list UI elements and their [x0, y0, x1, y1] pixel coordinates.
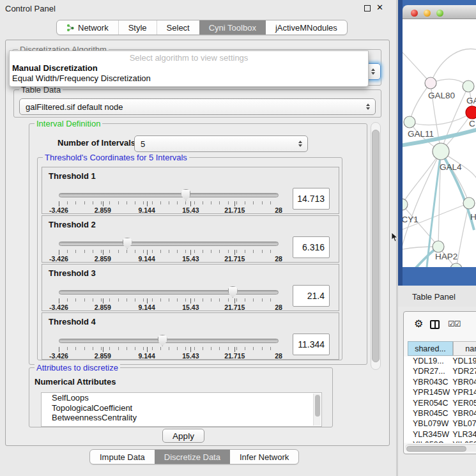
close-icon[interactable]: ✕ [376, 3, 383, 12]
table-row[interactable]: YER054CYER054C [404, 399, 476, 409]
network-view-window[interactable]: GAL80 GA GAL11 C GAL4 GCY1 H HAP2 [403, 5, 476, 267]
threshold-3-panel: Threshold 3 -3.426 2.859 9.144 15.43 21.… [42, 264, 339, 311]
slider-thumb[interactable] [158, 335, 167, 346]
select-columns-icons[interactable]: ☑☑ [448, 319, 461, 328]
desktop-edge [398, 0, 403, 286]
tab-infer-network[interactable]: Infer Network [230, 450, 298, 464]
table-row[interactable]: YBL079WYBL079W [404, 419, 476, 429]
node-gal80[interactable] [425, 77, 436, 89]
node-h[interactable] [463, 197, 475, 209]
table-data-combobox[interactable]: galFiltered.sif default node [19, 98, 376, 115]
node-label: H [470, 212, 476, 222]
node-gal4[interactable] [433, 143, 449, 160]
zoom-traffic-icon[interactable] [436, 10, 443, 17]
combo-arrows-icon [366, 104, 370, 110]
slider-track [59, 193, 279, 197]
threshold-2-value-input[interactable] [293, 236, 330, 258]
thresholds-group: Threshold's Coordinates for 5 Intervals … [37, 157, 342, 360]
threshold-2-slider[interactable]: -3.426 2.859 9.144 15.43 21.715 28 [59, 238, 279, 262]
tab-select[interactable]: Select [157, 20, 199, 35]
threshold-4-value-input[interactable] [293, 334, 330, 355]
node-label: GAL80 [428, 91, 455, 100]
slider-ticks [59, 298, 279, 303]
list-item[interactable]: SelfLoops [42, 393, 321, 403]
algorithm-option-manual[interactable]: Manual Discretization [10, 63, 368, 73]
slider-thumb[interactable] [181, 189, 190, 201]
top-tabbar: Network Style Select Cyni Toolbox jActiv… [56, 20, 348, 35]
threshold-4-slider[interactable]: -3.426 2.859 9.144 15.43 21.715 28 [59, 335, 279, 359]
table-horizontal-scrollbar[interactable] [405, 444, 476, 452]
scrollbar-thumb[interactable] [406, 446, 466, 452]
algorithm-dropdown-popup: Select algorithm to view settings Manual… [9, 50, 369, 87]
threshold-1-panel: Threshold 1 -3.426 2.859 9.144 15.43 21.… [42, 167, 339, 214]
slider-track [59, 290, 279, 295]
float-window-icon[interactable] [364, 5, 371, 12]
apply-button[interactable]: Apply [162, 429, 204, 443]
split-view-icon[interactable] [430, 320, 440, 329]
column-header-shared-name[interactable]: shared... [408, 341, 453, 356]
numerical-attributes-list[interactable]: SelfLoops TopologicalCoefficient Between… [41, 392, 322, 427]
table-row[interactable]: YPR145WYPR145W [404, 388, 476, 398]
column-header-name[interactable]: name [453, 341, 476, 356]
mouse-cursor [391, 233, 398, 242]
thresholds-group-title: Threshold's Coordinates for 5 Intervals [43, 153, 189, 162]
network-canvas[interactable]: GAL80 GA GAL11 C GAL4 GCY1 H HAP2 [403, 19, 476, 267]
algorithm-option-equal-width[interactable]: Equal Width/Frequency Discretization [10, 73, 368, 84]
attributes-group-title: Attributes to discretize [35, 363, 120, 372]
node-label: GAL11 [408, 129, 434, 139]
scrollbar-thumb[interactable] [315, 395, 320, 417]
tab-jactivemnodules[interactable]: jActiveMNodules [266, 20, 347, 35]
tab-impute-data[interactable]: Impute Data [90, 450, 155, 464]
control-panel-titlebar: Control Panel ✕ [0, 0, 396, 17]
slider-thumb[interactable] [123, 238, 132, 249]
node-red-selected[interactable] [466, 106, 476, 119]
list-item[interactable]: TopologicalCoefficient [42, 403, 321, 413]
table-header-row: shared... name [404, 341, 476, 356]
node-gal11[interactable] [404, 116, 415, 128]
slider-ticks [59, 347, 279, 352]
threshold-2-panel: Threshold 2 -3.426 2.859 9.144 15.43 21.… [42, 215, 339, 263]
list-item[interactable]: BetweennessCentrality [42, 413, 321, 423]
tab-style[interactable]: Style [118, 20, 157, 35]
threshold-1-value-input[interactable] [293, 188, 330, 210]
gear-icon[interactable]: ⚙ [414, 318, 423, 330]
list-vertical-scrollbar[interactable] [313, 394, 321, 426]
content-vertical-scrollbar[interactable] [371, 122, 381, 370]
tab-discretize-data[interactable]: Discretize Data [155, 450, 230, 464]
table-data-combobox-value: galFiltered.sif default node [26, 102, 123, 112]
slider-track [59, 242, 279, 246]
table-row[interactable]: YDR27...YDR27... [404, 367, 476, 377]
threshold-4-panel: Threshold 4 -3.426 2.859 9.144 15.43 21.… [42, 312, 339, 360]
threshold-3-slider[interactable]: -3.426 2.859 9.144 15.43 21.715 28 [59, 286, 279, 311]
slider-scale: -3.426 2.859 9.144 15.43 21.715 28 [59, 206, 279, 213]
attributes-group: Attributes to discretize Numerical Attri… [29, 367, 333, 427]
table-row[interactable]: YLR345WYLR345W [404, 430, 476, 440]
tab-cyni-toolbox[interactable]: Cyni Toolbox [199, 20, 266, 35]
table-row[interactable]: YIL053CYIL053C [404, 440, 476, 443]
node-label: GAL4 [440, 162, 462, 172]
node-gcy1[interactable] [403, 199, 408, 210]
control-panel-title: Control Panel [5, 4, 56, 13]
slider-scale: -3.426 2.859 9.144 15.43 21.715 28 [59, 255, 279, 262]
threshold-1-slider[interactable]: -3.426 2.859 9.144 15.43 21.715 28 [59, 189, 279, 213]
interval-definition-group-title: Interval Definition [35, 119, 102, 128]
node-hap2[interactable] [433, 241, 444, 252]
combo-arrows-icon [371, 68, 375, 75]
tab-network[interactable]: Network [57, 20, 118, 35]
network-window-titlebar[interactable] [403, 5, 476, 19]
threshold-4-label: Threshold 4 [49, 317, 96, 326]
threshold-3-value-input[interactable] [293, 285, 330, 307]
slider-ticks [59, 250, 279, 255]
node-clipped-top-right[interactable] [463, 81, 474, 92]
network-graph: GAL80 GA GAL11 C GAL4 GCY1 H HAP2 [403, 19, 476, 267]
scrollbar-thumb[interactable] [372, 130, 380, 362]
number-of-intervals-combobox[interactable]: 5 [134, 135, 308, 152]
table-row[interactable]: YBR045CYBR045C [404, 409, 476, 419]
minimize-traffic-icon[interactable] [424, 10, 431, 17]
close-traffic-icon[interactable] [411, 10, 418, 17]
table-row[interactable]: YDL19...YDL19... [404, 357, 476, 367]
slider-thumb[interactable] [228, 286, 238, 298]
slider-scale: -3.426 2.859 9.144 15.43 21.715 28 [59, 303, 279, 311]
table-row[interactable]: YBR043CYBR043C [404, 378, 476, 388]
slider-scale: -3.426 2.859 9.144 15.43 21.715 28 [59, 352, 279, 359]
